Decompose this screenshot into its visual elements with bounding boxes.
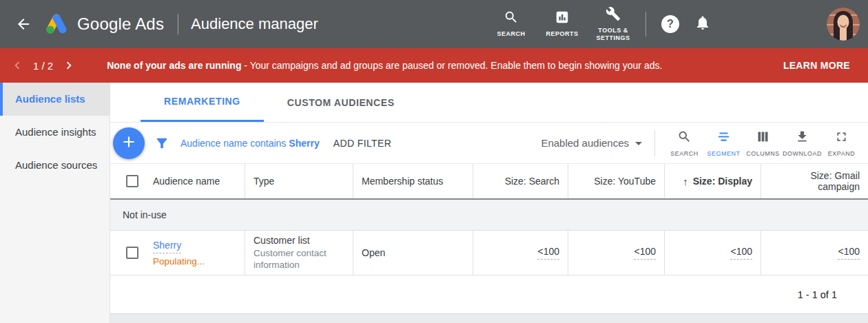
populating-status: Populating... [153, 256, 205, 267]
audience-card: REMARKETING CUSTOM AUDIENCES Audience na… [110, 83, 868, 314]
back-arrow-icon[interactable] [12, 13, 34, 35]
column-header-size-search[interactable]: Size: Search [473, 164, 568, 198]
table-segment-label: SEGMENT [707, 150, 740, 157]
cell-membership-status: Open [353, 231, 473, 275]
google-ads-logo-icon [43, 12, 70, 37]
row-checkbox[interactable] [126, 247, 138, 259]
audience-name-stack: Sherry Populating... [153, 240, 205, 267]
tabs: REMARKETING CUSTOM AUDIENCES [110, 83, 868, 123]
cell-size-search: <100 [473, 231, 568, 275]
column-header-size-display[interactable]: ↑ Size: Display [665, 164, 761, 198]
table-download-label: DOWNLOAD [783, 150, 822, 157]
page-title: Audience manager [191, 15, 318, 33]
cell-size-display: <100 [665, 231, 761, 275]
search-icon [677, 129, 692, 147]
sidebar-item-audience-lists[interactable]: Audience lists [0, 83, 110, 116]
google-ads-logo[interactable]: Google Ads [43, 12, 164, 37]
nav-search-button[interactable]: SEARCH [490, 10, 533, 38]
product-name: Google Ads [77, 14, 164, 34]
size-gmail-campaign-value[interactable]: <100 [838, 246, 860, 260]
filter-chip-label: Audience name contains [180, 138, 286, 149]
column-label: Audience name [153, 176, 220, 187]
chevron-right-icon[interactable] [60, 56, 78, 74]
table-search-label: SEARCH [670, 150, 699, 157]
help-icon[interactable]: ? [661, 15, 679, 33]
type-stack: Customer list Customer contact informati… [254, 234, 344, 271]
column-header-type[interactable]: Type [245, 164, 353, 198]
filter-icon[interactable] [154, 136, 169, 151]
cell-audience-name: Sherry Populating... [110, 231, 245, 275]
search-icon [504, 10, 519, 28]
table-row: Sherry Populating... Customer list Custo… [110, 231, 868, 275]
header-divider [645, 12, 646, 37]
type-value: Customer list [254, 234, 344, 247]
enabled-audiences-dropdown[interactable]: Enabled audiences [541, 137, 642, 149]
nav-tools-settings-label: TOOLS & SETTINGS [592, 27, 634, 43]
size-search-value[interactable]: <100 [537, 246, 559, 260]
reports-icon [555, 10, 570, 28]
sidebar-item-audience-sources[interactable]: Audience sources [0, 149, 110, 182]
nav-reports-label: REPORTS [546, 30, 578, 38]
pagination-range: 1 - 1 of 1 [798, 289, 837, 300]
segment-icon [716, 129, 731, 147]
select-all-checkbox[interactable] [126, 175, 138, 187]
add-filter-button[interactable]: ADD FILTER [333, 138, 392, 149]
add-icon [120, 133, 138, 154]
column-header-size-gmail-campaign[interactable]: Size: Gmail campaign [761, 164, 868, 198]
alert-message: None of your ads are running - Your camp… [107, 60, 662, 71]
table-search-button[interactable]: SEARCH [665, 129, 704, 157]
type-detail: Customer contact information [254, 247, 344, 271]
content: Audience lists Audience insights Audienc… [0, 83, 868, 323]
nav-reports-button[interactable]: REPORTS [541, 10, 583, 38]
table-download-button[interactable]: DOWNLOAD [783, 129, 822, 157]
table-expand-button[interactable]: EXPAND [822, 129, 861, 157]
notifications-bell-icon[interactable] [694, 14, 711, 34]
column-header-audience-name[interactable]: Audience name [110, 164, 245, 198]
alert-message-body: - Your campaigns and ad groups are pause… [241, 60, 662, 71]
toolbar-divider [654, 130, 655, 156]
size-display-value[interactable]: <100 [730, 246, 752, 260]
nav-tools-settings-button[interactable]: TOOLS & SETTINGS [592, 6, 634, 43]
cell-type: Customer list Customer contact informati… [245, 231, 353, 275]
learn-more-button[interactable]: LEARN MORE [776, 54, 857, 76]
add-audience-button[interactable] [113, 127, 145, 159]
expand-icon [834, 129, 849, 147]
table-columns-button[interactable]: COLUMNS [743, 129, 783, 157]
chevron-down-icon [635, 142, 642, 145]
tab-remarketing[interactable]: REMARKETING [141, 83, 264, 122]
column-header-size-youtube[interactable]: Size: YouTube [568, 164, 665, 198]
enabled-audiences-label: Enabled audiences [541, 137, 629, 149]
wrench-icon [606, 6, 621, 24]
table-columns-label: COLUMNS [746, 150, 780, 157]
user-avatar[interactable] [827, 8, 860, 41]
sort-ascending-icon: ↑ [683, 176, 688, 187]
header-divider [178, 14, 178, 34]
nav-search-label: SEARCH [497, 30, 525, 38]
tab-custom-audiences[interactable]: CUSTOM AUDIENCES [264, 83, 418, 122]
table-header-row: Audience name Type Membership status Siz… [110, 164, 868, 200]
header-actions: SEARCH REPORTS TOOLS & SETTINGS ? [486, 6, 868, 43]
alert-pager: 1 / 2 [8, 56, 78, 74]
alert-message-title: None of your ads are running [107, 60, 241, 71]
table-pagination: 1 - 1 of 1 [110, 275, 868, 313]
cell-size-gmail-campaign: <100 [761, 231, 868, 275]
column-header-membership-status[interactable]: Membership status [353, 164, 473, 198]
active-filter-chip[interactable]: Audience name containsSherry [180, 138, 320, 149]
alert-banner: 1 / 2 None of your ads are running - You… [0, 48, 868, 83]
sidebar-item-audience-insights[interactable]: Audience insights [0, 116, 110, 149]
table-expand-label: EXPAND [828, 150, 855, 157]
audience-name-link[interactable]: Sherry [153, 240, 181, 253]
size-youtube-value[interactable]: <100 [634, 246, 656, 260]
cell-size-youtube: <100 [568, 231, 665, 275]
membership-status-value: Open [362, 247, 385, 258]
table-segment-button[interactable]: SEGMENT [704, 129, 743, 157]
alert-pager-count: 1 / 2 [33, 60, 53, 72]
filter-chip-value: Sherry [289, 138, 319, 149]
sidebar: Audience lists Audience insights Audienc… [0, 83, 110, 323]
columns-icon [756, 129, 770, 147]
main-panel: REMARKETING CUSTOM AUDIENCES Audience na… [110, 83, 868, 323]
app-header: Google Ads Audience manager SEARCH REPOR… [0, 0, 868, 48]
chevron-left-icon[interactable] [8, 56, 26, 74]
download-icon [795, 129, 809, 147]
toolbar: Audience name containsSherry ADD FILTER … [110, 123, 868, 164]
